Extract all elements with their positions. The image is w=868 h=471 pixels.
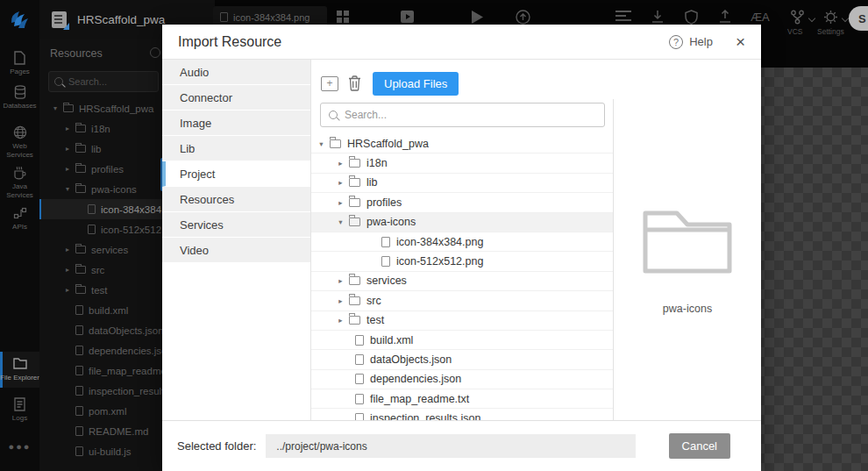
selected-folder-path-field[interactable] xyxy=(266,434,636,458)
category-services[interactable]: Services xyxy=(162,212,310,238)
category-lib[interactable]: Lib xyxy=(162,136,310,161)
menu-list-icon[interactable] xyxy=(615,10,631,23)
tree-item[interactable]: README.md xyxy=(39,421,165,441)
shield-icon[interactable] xyxy=(685,10,698,25)
tree-item[interactable]: build.xml xyxy=(311,331,613,350)
sidebar-item-databases[interactable]: Databases xyxy=(0,85,39,111)
new-folder-button[interactable]: + xyxy=(321,76,338,91)
vcs-chevron-down-icon[interactable] xyxy=(808,15,815,22)
tree-item[interactable]: ▸lib xyxy=(39,139,165,159)
folder-preview-panel: pwa-icons xyxy=(614,99,761,420)
file-icon xyxy=(75,325,83,335)
save-pill-button[interactable]: S xyxy=(849,6,868,31)
category-project-selected[interactable]: Project xyxy=(162,161,310,187)
close-icon[interactable]: × xyxy=(736,33,745,50)
dialog-search-box[interactable] xyxy=(320,103,605,127)
sidebar-item-pages[interactable]: Pages xyxy=(0,51,39,76)
tree-item[interactable]: ▸services xyxy=(39,239,165,260)
tree-item[interactable]: icon-512x512.png xyxy=(39,219,165,239)
panel-search-input[interactable]: Search... xyxy=(48,71,159,92)
sidebar-item-file-explorer[interactable]: File Explorer xyxy=(0,352,39,388)
tree-item-label: dataObjects.json xyxy=(89,325,164,336)
tree-item[interactable]: ▸src xyxy=(39,260,165,280)
tree-item-label: services xyxy=(91,245,128,255)
brand-logo[interactable] xyxy=(0,0,39,39)
cancel-button[interactable]: Cancel xyxy=(669,433,730,459)
tree-item-label: pwa-icons xyxy=(366,216,416,228)
category-resources[interactable]: Resources xyxy=(162,187,310,212)
tree-item[interactable]: dependencies.json xyxy=(311,370,613,389)
tree-item[interactable]: ▸profiles xyxy=(39,159,165,179)
upload-icon[interactable] xyxy=(719,10,731,24)
tree-item-label: icon-512x512.png xyxy=(101,225,165,235)
tree-item[interactable]: icon-384x384.png xyxy=(311,232,613,252)
folder-icon xyxy=(63,104,74,112)
tree-item[interactable]: ▸lib xyxy=(311,174,613,193)
settings-gear-icon[interactable] xyxy=(823,10,838,25)
tree-item[interactable]: ui-build.js xyxy=(39,441,165,461)
tree-item[interactable]: ▾pwa-icons xyxy=(39,179,165,199)
tree-item-label: src xyxy=(366,295,381,307)
sidebar-item-logs[interactable]: Logs xyxy=(0,397,39,423)
tree-item-label: HRScaffold_pwa xyxy=(79,103,153,114)
publish-icon[interactable] xyxy=(516,10,530,25)
tree-item[interactable]: dataObjects.json xyxy=(39,320,165,340)
dialog-search-input[interactable] xyxy=(345,109,604,121)
category-connector[interactable]: Connector xyxy=(162,85,310,111)
run-icon[interactable] xyxy=(471,10,484,25)
tree-item[interactable]: ▸src xyxy=(311,291,613,310)
tree-item[interactable]: pom.xml xyxy=(39,401,165,421)
tree-item-label: dependencies.json xyxy=(370,373,461,385)
tree-item[interactable]: dataObjects.json xyxy=(311,350,613,369)
tree-item[interactable]: dependencies.json xyxy=(39,340,165,360)
sidebar-item-apis[interactable]: APIs xyxy=(0,206,39,232)
preview-folder-name: pwa-icons xyxy=(663,303,712,315)
chevron-right-icon: ▸ xyxy=(336,316,345,325)
settings-chevron-down-icon[interactable] xyxy=(842,15,849,22)
tree-item[interactable]: file_map_readme.txt xyxy=(311,389,613,409)
delete-trash-button[interactable] xyxy=(348,75,361,91)
tree-item-label: pwa-icons xyxy=(91,184,137,195)
tree-item[interactable]: icon-512x512.png xyxy=(311,252,613,271)
tree-item[interactable]: ▸profiles xyxy=(311,193,613,212)
tree-item[interactable]: ▸test xyxy=(39,280,165,300)
category-audio[interactable]: Audio xyxy=(162,60,310,85)
tree-item-selected[interactable]: ▾pwa-icons xyxy=(311,213,613,232)
vcs-branch-icon[interactable] xyxy=(790,10,805,25)
tree-item[interactable]: file_map_readme.txt xyxy=(39,360,165,381)
tree-item[interactable]: inspection_results.json xyxy=(39,381,165,401)
download-icon[interactable] xyxy=(651,10,664,24)
panel-refresh-icon[interactable] xyxy=(150,47,160,58)
tree-item-label: inspection_results.json xyxy=(370,412,480,420)
folder-icon xyxy=(349,296,360,305)
preview-icon[interactable] xyxy=(400,10,415,24)
tree-item[interactable]: ▾HRScaffold_pwa xyxy=(39,98,165,118)
tree-item[interactable]: ▸test xyxy=(311,311,613,331)
folder-icon xyxy=(75,125,86,132)
layout-grid-icon[interactable] xyxy=(336,10,350,24)
tree-item[interactable]: ▾HRScaffold_pwa xyxy=(311,134,613,153)
tree-item-label: services xyxy=(366,275,407,287)
category-label: Video xyxy=(180,244,209,257)
sidebar-item-web-services[interactable]: Web Services xyxy=(0,125,39,159)
category-video[interactable]: Video xyxy=(162,238,310,263)
tree-item[interactable]: ▸i18n xyxy=(39,118,165,139)
help-link[interactable]: Help xyxy=(689,35,713,48)
sidebar-item-java-services[interactable]: Java Services xyxy=(0,166,39,199)
help-icon[interactable]: ? xyxy=(669,35,683,49)
upload-files-button[interactable]: Upload Files xyxy=(373,72,459,96)
folder-icon xyxy=(349,198,360,207)
category-image[interactable]: Image xyxy=(162,111,310,136)
tree-item-label: README.md xyxy=(89,426,148,437)
category-label: Services xyxy=(180,218,224,232)
folder-icon xyxy=(349,178,360,187)
i18n-translate-icon[interactable]: ÆA xyxy=(751,10,770,25)
tree-item-selected[interactable]: icon-384x384.png xyxy=(39,199,165,219)
more-options-button[interactable]: ●●● xyxy=(0,441,39,452)
tree-item-label: test xyxy=(91,285,108,296)
tree-item[interactable]: ▸i18n xyxy=(311,153,613,173)
tree-item[interactable]: ▸services xyxy=(311,272,613,291)
chevron-right-icon: ▸ xyxy=(336,159,345,168)
tree-item[interactable]: build.xml xyxy=(39,300,165,320)
tree-item[interactable]: inspection_results.json xyxy=(311,409,613,420)
